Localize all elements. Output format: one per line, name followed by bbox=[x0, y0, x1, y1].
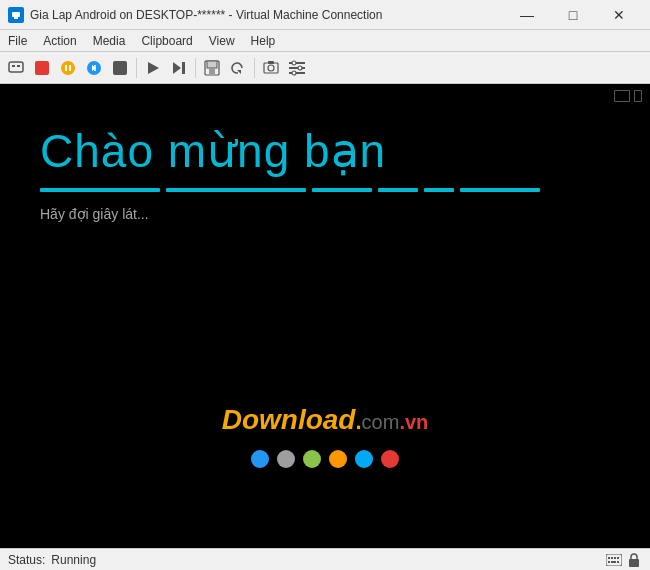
svg-point-26 bbox=[298, 66, 302, 70]
revert-snapshot-button[interactable] bbox=[226, 56, 250, 80]
progress-segment-5 bbox=[424, 188, 454, 192]
svg-rect-36 bbox=[629, 559, 639, 567]
status-value: Running bbox=[51, 553, 96, 567]
toolbar-separator-1 bbox=[136, 58, 137, 78]
svg-rect-14 bbox=[182, 62, 185, 74]
toolbar-separator-3 bbox=[254, 58, 255, 78]
status-left: Status: Running bbox=[8, 553, 96, 567]
svg-rect-34 bbox=[611, 561, 616, 563]
svg-rect-32 bbox=[617, 557, 619, 559]
download-com-text: com bbox=[362, 411, 400, 433]
download-main-text: Download bbox=[222, 404, 356, 435]
svg-point-25 bbox=[292, 61, 296, 65]
screenshot-button[interactable] bbox=[259, 56, 283, 80]
reset-button[interactable] bbox=[82, 56, 106, 80]
settings-button[interactable] bbox=[285, 56, 309, 80]
screen-content: Chào mừng bạn Hãy đợi giây lát... bbox=[0, 84, 650, 548]
svg-rect-22 bbox=[289, 62, 305, 64]
screen-indicator-1 bbox=[614, 90, 630, 102]
wait-text: Hãy đợi giây lát... bbox=[40, 206, 610, 222]
close-button[interactable]: ✕ bbox=[596, 0, 642, 30]
progress-bar bbox=[40, 188, 610, 192]
save-snapshot-button[interactable] bbox=[200, 56, 224, 80]
status-label: Status: bbox=[8, 553, 45, 567]
progress-segment-4 bbox=[378, 188, 418, 192]
svg-rect-16 bbox=[207, 61, 217, 68]
menu-action[interactable]: Action bbox=[35, 30, 84, 51]
svg-rect-29 bbox=[608, 557, 610, 559]
progress-segment-2 bbox=[166, 188, 306, 192]
svg-rect-1 bbox=[12, 12, 20, 17]
toolbar bbox=[0, 52, 650, 84]
progress-segment-3 bbox=[312, 188, 372, 192]
dot-orange bbox=[329, 450, 347, 468]
svg-marker-13 bbox=[173, 62, 181, 74]
minimize-button[interactable]: — bbox=[504, 0, 550, 30]
screen-indicator-2 bbox=[634, 90, 642, 102]
title-bar: Gia Lap Android on DESKTOP-****** - Virt… bbox=[0, 0, 650, 30]
download-logo: Download.com.vn bbox=[222, 404, 429, 436]
keyboard-icon bbox=[606, 552, 622, 568]
pause-button[interactable] bbox=[56, 56, 80, 80]
dot-blue bbox=[251, 450, 269, 468]
stop2-button[interactable] bbox=[108, 56, 132, 80]
svg-point-27 bbox=[292, 71, 296, 75]
dot-lightblue bbox=[355, 450, 373, 468]
svg-rect-24 bbox=[289, 72, 305, 74]
svg-rect-17 bbox=[209, 68, 215, 74]
vm-screen[interactable]: Chào mừng bạn Hãy đợi giây lát... Downlo… bbox=[0, 84, 650, 548]
svg-rect-28 bbox=[606, 554, 622, 566]
svg-point-20 bbox=[268, 65, 274, 71]
maximize-button[interactable]: □ bbox=[550, 0, 596, 30]
progress-segment-6 bbox=[460, 188, 540, 192]
dot-row bbox=[251, 450, 399, 468]
welcome-title: Chào mừng bạn bbox=[40, 124, 610, 178]
stop-button[interactable] bbox=[30, 56, 54, 80]
menu-help[interactable]: Help bbox=[243, 30, 284, 51]
svg-rect-9 bbox=[69, 65, 71, 71]
status-bar: Status: Running bbox=[0, 548, 650, 570]
status-right bbox=[606, 552, 642, 568]
svg-rect-5 bbox=[17, 65, 20, 67]
menu-clipboard[interactable]: Clipboard bbox=[133, 30, 200, 51]
ctrl-alt-del-button[interactable] bbox=[4, 56, 28, 80]
svg-point-7 bbox=[61, 61, 75, 75]
svg-rect-35 bbox=[617, 561, 619, 563]
svg-rect-2 bbox=[14, 17, 18, 19]
app-icon bbox=[8, 7, 24, 23]
progress-segment-1 bbox=[40, 188, 160, 192]
dot-red bbox=[381, 450, 399, 468]
svg-marker-12 bbox=[148, 62, 159, 74]
window-controls: — □ ✕ bbox=[504, 0, 642, 30]
play-button[interactable] bbox=[141, 56, 165, 80]
lock-icon bbox=[626, 552, 642, 568]
skip-button[interactable] bbox=[167, 56, 191, 80]
svg-rect-33 bbox=[608, 561, 610, 563]
svg-rect-21 bbox=[268, 61, 274, 64]
download-logo-area: Download.com.vn bbox=[0, 404, 650, 468]
menu-media[interactable]: Media bbox=[85, 30, 134, 51]
screen-indicators bbox=[614, 90, 642, 102]
svg-rect-23 bbox=[289, 67, 305, 69]
menu-view[interactable]: View bbox=[201, 30, 243, 51]
svg-rect-8 bbox=[65, 65, 67, 71]
menu-bar: File Action Media Clipboard View Help bbox=[0, 30, 650, 52]
title-bar-left: Gia Lap Android on DESKTOP-****** - Virt… bbox=[8, 7, 382, 23]
svg-rect-31 bbox=[614, 557, 616, 559]
svg-rect-11 bbox=[113, 61, 127, 75]
dot-green bbox=[303, 450, 321, 468]
dot-gray bbox=[277, 450, 295, 468]
svg-rect-3 bbox=[9, 62, 23, 72]
svg-rect-6 bbox=[35, 61, 49, 75]
svg-rect-30 bbox=[611, 557, 613, 559]
download-vn-text: .vn bbox=[399, 411, 428, 433]
menu-file[interactable]: File bbox=[0, 30, 35, 51]
window-title: Gia Lap Android on DESKTOP-****** - Virt… bbox=[30, 8, 382, 22]
svg-rect-4 bbox=[12, 65, 15, 67]
toolbar-separator-2 bbox=[195, 58, 196, 78]
